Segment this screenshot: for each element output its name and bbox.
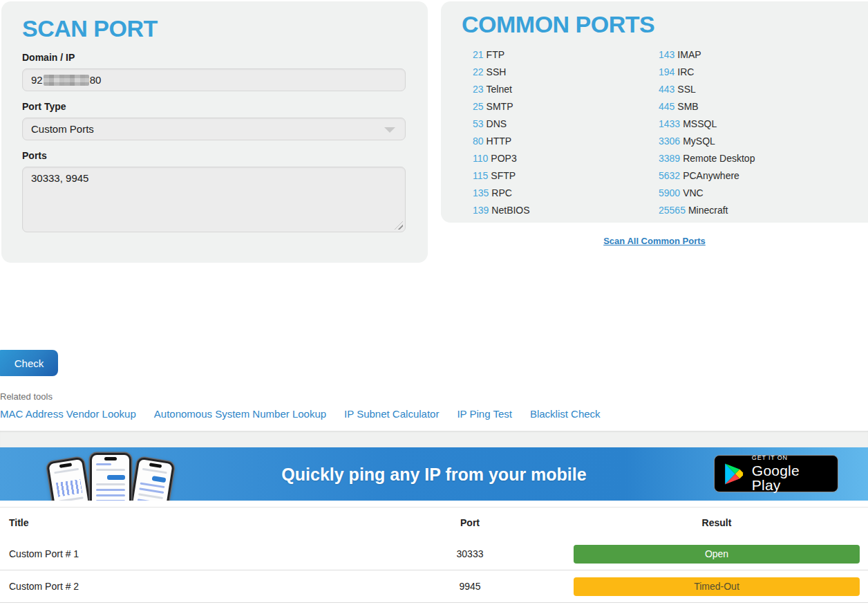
phone-mockup-right — [125, 457, 175, 501]
port-type-label: Port Type — [22, 101, 407, 112]
common-port-item[interactable]: 143IMAP — [659, 49, 868, 60]
common-port-name: MySQL — [683, 136, 715, 147]
common-port-name: POP3 — [491, 153, 516, 164]
result-row: Custom Port # 2 9945 Timed-Out — [0, 570, 868, 603]
domain-ip-input[interactable]: 9280 — [22, 68, 406, 91]
common-port-item[interactable]: 115SFTP — [473, 170, 659, 181]
common-port-name: NetBIOS — [491, 205, 529, 216]
google-play-text: GET IT ON Google Play — [752, 455, 829, 492]
header-result: Result — [574, 517, 868, 528]
common-port-item[interactable]: 110POP3 — [473, 153, 659, 164]
common-port-number: 53 — [473, 118, 484, 129]
scan-all-common-ports-link[interactable]: Scan All Common Ports — [603, 236, 706, 246]
common-port-number: 25 — [473, 101, 484, 112]
common-ports-list: 21FTP 22SSH 23Telnet 25SMTP 53DNS 80HTTP… — [473, 46, 868, 218]
common-port-name: Minecraft — [688, 205, 728, 216]
common-port-item[interactable]: 25565Minecraft — [659, 205, 868, 216]
common-port-item[interactable]: 3389Remote Desktop — [659, 153, 868, 164]
port-type-select[interactable]: Custom Ports — [22, 118, 406, 140]
common-port-item[interactable]: 5900VNC — [659, 187, 868, 198]
result-status-badge: Open — [574, 545, 860, 564]
common-port-number: 3306 — [659, 136, 680, 147]
common-port-number: 194 — [659, 66, 674, 77]
phone-mockup-left — [46, 457, 96, 501]
related-tool-link[interactable]: Blacklist Check — [530, 408, 601, 420]
common-ports-section: COMMON PORTS 21FTP 22SSH 23Telnet 25SMTP… — [441, 1, 868, 247]
common-port-item[interactable]: 5632PCAnywhere — [659, 170, 868, 181]
google-play-badge[interactable]: GET IT ON Google Play — [714, 455, 838, 492]
ports-label: Ports — [22, 150, 407, 161]
common-ports-title: COMMON PORTS — [462, 11, 868, 38]
ports-textarea[interactable]: 30333, 9945 — [22, 167, 406, 232]
common-port-name: SSL — [677, 84, 695, 95]
related-tools-label: Related tools — [0, 391, 868, 402]
common-port-number: 21 — [473, 49, 484, 60]
common-port-number: 115 — [473, 170, 488, 181]
header-port: Port — [366, 517, 574, 528]
common-port-name: RPC — [491, 187, 512, 198]
common-port-item[interactable]: 23Telnet — [473, 84, 659, 95]
common-port-number: 443 — [659, 84, 674, 95]
resize-handle-icon[interactable] — [395, 221, 403, 230]
common-port-number: 139 — [473, 205, 489, 216]
common-port-number: 80 — [473, 136, 484, 147]
common-port-number: 445 — [659, 101, 674, 112]
related-tool-link[interactable]: Autonomous System Number Lookup — [154, 408, 326, 420]
scan-all-wrap: Scan All Common Ports — [441, 234, 868, 247]
common-port-name: IMAP — [677, 49, 701, 60]
common-port-item[interactable]: 194IRC — [659, 66, 868, 77]
section-divider-band — [0, 431, 868, 447]
domain-ip-label: Domain / IP — [22, 52, 407, 63]
common-port-name: HTTP — [487, 136, 512, 147]
common-port-number: 5900 — [659, 187, 680, 198]
scan-port-title: SCAN PORT — [22, 15, 407, 42]
result-port: 30333 — [366, 548, 574, 559]
common-port-item[interactable]: 1433MSSQL — [659, 118, 868, 129]
common-port-name: PCAnywhere — [683, 170, 739, 181]
common-port-item[interactable]: 22SSH — [473, 66, 659, 77]
result-title: Custom Port # 2 — [0, 581, 366, 592]
common-port-item[interactable]: 135RPC — [473, 187, 659, 198]
top-section: SCAN PORT Domain / IP 9280 Port Type Cus… — [0, 0, 868, 263]
common-port-number: 22 — [473, 66, 484, 77]
common-port-number: 23 — [473, 84, 484, 95]
google-play-get-it-on: GET IT ON — [752, 455, 829, 461]
scan-port-panel: SCAN PORT Domain / IP 9280 Port Type Cus… — [1, 1, 428, 263]
common-port-number: 5632 — [659, 170, 680, 181]
result-row: Custom Port # 1 30333 Open — [0, 538, 868, 570]
result-port: 9945 — [366, 581, 574, 592]
common-port-number: 143 — [659, 49, 674, 60]
common-port-name: SFTP — [491, 170, 516, 181]
chevron-down-icon — [384, 127, 395, 133]
common-port-name: Remote Desktop — [683, 153, 755, 164]
common-port-number: 1433 — [659, 118, 680, 129]
related-tool-link[interactable]: MAC Address Vendor Lookup — [0, 408, 136, 420]
common-port-name: SSH — [487, 66, 507, 77]
common-port-item[interactable]: 443SSL — [659, 84, 868, 95]
related-tool-link[interactable]: IP Ping Test — [457, 408, 512, 420]
masked-ip-segment — [44, 75, 89, 86]
common-port-item[interactable]: 25SMTP — [473, 101, 659, 112]
common-port-item[interactable]: 445SMB — [659, 101, 868, 112]
related-tools-links: MAC Address Vendor Lookup Autonomous Sys… — [0, 408, 868, 420]
common-port-item[interactable]: 21FTP — [473, 49, 659, 60]
phones-mockup-image — [51, 450, 170, 501]
common-port-item[interactable]: 3306MySQL — [659, 136, 868, 147]
common-port-item[interactable]: 139NetBIOS — [473, 205, 659, 216]
common-port-number: 25565 — [659, 205, 686, 216]
ports-value: 30333, 9945 — [31, 172, 88, 184]
common-port-item[interactable]: 53DNS — [473, 118, 659, 129]
result-title: Custom Port # 1 — [0, 548, 366, 559]
common-port-name: FTP — [487, 49, 504, 60]
results-header-row: Title Port Result — [0, 508, 868, 538]
check-button[interactable]: Check — [0, 350, 58, 376]
common-port-name: VNC — [683, 187, 704, 198]
common-port-number: 3389 — [659, 153, 680, 164]
mobile-app-banner: Quickly ping any IP from your mobile GET… — [0, 447, 868, 501]
common-port-name: DNS — [487, 118, 507, 129]
related-tool-link[interactable]: IP Subnet Calculator — [344, 408, 439, 420]
common-port-name: SMB — [677, 101, 698, 112]
google-play-wordmark: Google Play — [752, 463, 829, 492]
common-port-item[interactable]: 80HTTP — [473, 136, 659, 147]
common-ports-panel: COMMON PORTS 21FTP 22SSH 23Telnet 25SMTP… — [441, 1, 868, 223]
